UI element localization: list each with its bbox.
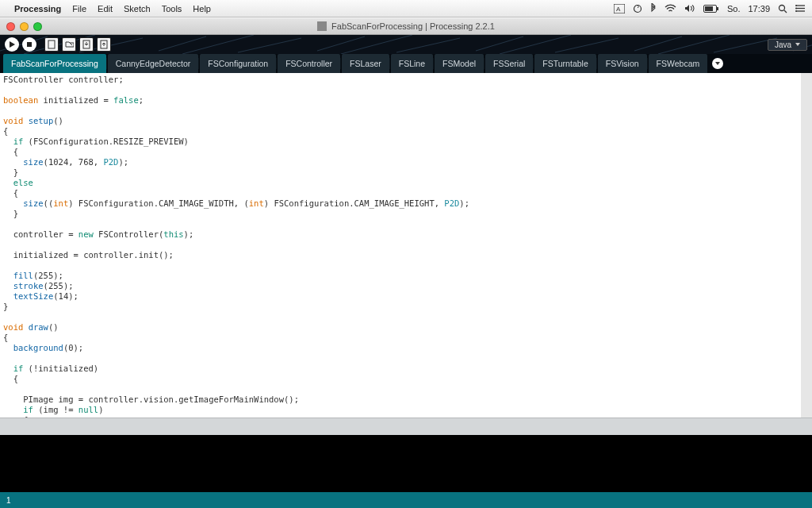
new-button[interactable] [44, 37, 59, 52]
svg-point-6 [779, 5, 785, 10]
app-name[interactable]: Processing [14, 4, 61, 13]
svg-line-7 [784, 10, 787, 13]
stop-button[interactable] [22, 37, 36, 52]
tab-fsmodel[interactable]: FSModel [435, 54, 484, 73]
bluetooth-icon[interactable] [650, 3, 657, 13]
menu-edit[interactable]: Edit [98, 4, 113, 13]
menu-file[interactable]: File [72, 4, 86, 13]
traffic-lights [6, 22, 42, 31]
line-number: 1 [6, 496, 11, 505]
minimize-window-icon[interactable] [20, 22, 29, 31]
macos-menu-bar: Processing File Edit Sketch Tools Help A… [0, 0, 812, 17]
wifi-icon[interactable] [665, 4, 676, 13]
status-bar: 1 [0, 492, 812, 508]
sketch-icon [317, 21, 327, 31]
tab-overflow-button[interactable] [712, 58, 723, 69]
sketch-tabs: FabScanForProcessing CannyEdgeDetector F… [0, 54, 812, 73]
mode-selector[interactable]: Java [768, 39, 807, 51]
volume-icon[interactable] [684, 4, 695, 13]
close-window-icon[interactable] [6, 22, 15, 31]
svg-rect-15 [48, 40, 55, 48]
battery-icon[interactable] [703, 5, 719, 13]
save-button[interactable] [79, 37, 94, 52]
notification-icon[interactable] [795, 4, 806, 13]
tab-fslaser[interactable]: FSLaser [342, 54, 389, 73]
chevron-down-icon [795, 43, 800, 46]
spotlight-icon[interactable] [778, 4, 787, 13]
window-title: FabScanForProcessing | Processing 2.2.1 [331, 21, 495, 31]
console[interactable] [0, 435, 812, 492]
tab-fsserial[interactable]: FSSerial [485, 54, 533, 73]
tab-fsconfiguration[interactable]: FSConfiguration [200, 54, 276, 73]
code-editor[interactable]: FSController controller; boolean initial… [0, 73, 812, 418]
mode-label: Java [775, 40, 791, 49]
clock-day[interactable]: So. [727, 4, 741, 13]
tab-fsvision[interactable]: FSVision [598, 54, 647, 73]
svg-point-2 [634, 5, 641, 12]
window-title-bar: FabScanForProcessing | Processing 2.2.1 [0, 17, 812, 35]
tab-cannyedgedetector[interactable]: CannyEdgeDetector [108, 54, 199, 73]
toolbar: Java [0, 35, 812, 54]
tab-fabscanforprocessing[interactable]: FabScanForProcessing [3, 54, 106, 73]
svg-point-11 [795, 5, 797, 6]
menu-help[interactable]: Help [193, 4, 211, 13]
tab-fscontroller[interactable]: FSController [278, 54, 340, 73]
svg-rect-5 [705, 6, 713, 11]
tab-fsline[interactable]: FSLine [391, 54, 433, 73]
svg-rect-4 [717, 7, 718, 10]
tab-fswebcam[interactable]: FSWebcam [649, 54, 708, 73]
open-button[interactable] [62, 37, 76, 52]
message-area [0, 418, 812, 435]
run-button[interactable] [5, 37, 19, 52]
svg-rect-14 [27, 42, 32, 47]
clock-time[interactable]: 17:39 [748, 4, 770, 13]
menu-sketch[interactable]: Sketch [124, 4, 151, 13]
zoom-window-icon[interactable] [33, 22, 42, 31]
adobe-icon[interactable]: A [614, 4, 625, 13]
sync-icon[interactable] [633, 4, 642, 13]
svg-point-12 [795, 8, 797, 10]
menu-tools[interactable]: Tools [162, 4, 182, 13]
svg-text:A: A [616, 6, 621, 13]
export-button[interactable] [97, 37, 111, 52]
chevron-down-icon [715, 62, 720, 65]
svg-point-13 [795, 10, 797, 12]
tab-fsturntable[interactable]: FSTurntable [534, 54, 596, 73]
